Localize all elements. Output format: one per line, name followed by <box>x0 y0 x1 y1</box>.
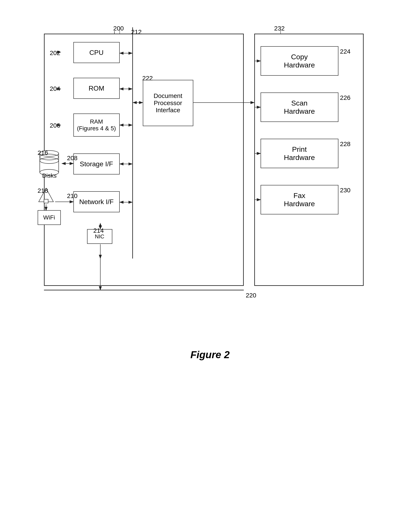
label-232: 232 <box>274 25 285 32</box>
scan-hw-box: ScanHardware <box>261 92 338 122</box>
label-222: 222 <box>142 75 153 82</box>
label-220: 220 <box>246 292 256 299</box>
label-214: 214 <box>93 227 104 234</box>
storage-box: Storage I/F <box>73 154 120 175</box>
ram-box: RAM (Figures 4 & 5) <box>73 113 120 137</box>
disks-label: Disks <box>42 172 57 179</box>
label-206: 206 <box>50 122 60 129</box>
label-218: 218 <box>38 187 48 194</box>
diagram-area: 200 232 212 CPU 202 ROM 204 RAM <box>31 17 389 332</box>
label-226: 226 <box>340 94 351 101</box>
label-208: 208 <box>67 155 78 162</box>
label-202: 202 <box>50 49 60 56</box>
label-210: 210 <box>67 192 78 199</box>
label-200: 200 <box>113 25 124 32</box>
label-230: 230 <box>340 187 351 194</box>
rom-box: ROM <box>73 78 120 99</box>
label-204: 204 <box>50 85 60 92</box>
print-hw-box: PrintHardware <box>261 139 338 168</box>
dpi-box: DocumentProcessorInterface <box>143 80 193 126</box>
vert-divider <box>132 27 133 259</box>
page-wrapper: 200 232 212 CPU 202 ROM 204 RAM <box>0 0 420 507</box>
label-224: 224 <box>340 48 351 55</box>
label-228: 228 <box>340 141 351 148</box>
svg-rect-9 <box>44 199 48 203</box>
cpu-box: CPU <box>73 42 120 63</box>
figure-caption: Figure 2 <box>190 349 230 360</box>
copy-hw-box: CopyHardware <box>261 46 338 76</box>
network-box: Network I/F <box>73 191 120 212</box>
wifi-box: WiFi <box>38 210 61 225</box>
fax-hw-box: FaxHardware <box>261 185 338 214</box>
label-212: 212 <box>131 28 142 35</box>
label-216: 216 <box>38 149 48 156</box>
